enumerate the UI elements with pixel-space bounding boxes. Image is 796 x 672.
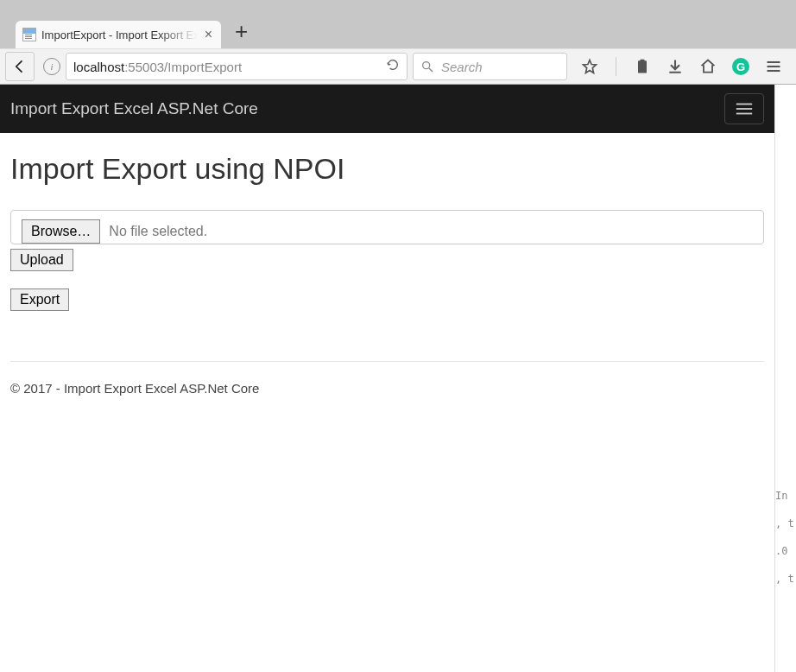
export-button[interactable]: Export bbox=[10, 288, 69, 311]
new-tab-button[interactable]: + bbox=[231, 18, 251, 45]
file-selection-status: No file selected. bbox=[109, 224, 207, 239]
file-upload-panel: Browse… No file selected. bbox=[10, 210, 764, 244]
footer-separator bbox=[10, 361, 764, 362]
svg-line-5 bbox=[429, 68, 433, 72]
page-container: Import Export using NPOI Browse… No file… bbox=[0, 133, 774, 413]
navbar-toggle-button[interactable] bbox=[724, 93, 764, 124]
site-navbar: Import Export Excel ASP.Net Core bbox=[0, 85, 774, 133]
reload-button[interactable] bbox=[386, 58, 400, 75]
background-editor-gutter: In , t .0 , t bbox=[775, 85, 796, 672]
svg-rect-7 bbox=[641, 60, 645, 62]
page-viewport: Import Export Excel ASP.Net Core Import … bbox=[0, 85, 775, 672]
bookmark-star-icon[interactable] bbox=[581, 58, 598, 75]
tab-title: ImportExport - Import Export Excel ASP.N… bbox=[41, 29, 198, 41]
menu-button[interactable] bbox=[765, 58, 782, 75]
clipboard-icon[interactable] bbox=[634, 58, 651, 75]
site-info-icon[interactable]: i bbox=[43, 58, 60, 75]
downloads-icon[interactable] bbox=[666, 58, 684, 75]
back-button[interactable] bbox=[5, 52, 35, 81]
browser-tab[interactable]: ImportExport - Import Export Excel ASP.N… bbox=[16, 21, 221, 48]
search-placeholder: Search bbox=[441, 60, 483, 74]
svg-point-4 bbox=[423, 62, 430, 69]
close-tab-button[interactable]: × bbox=[203, 27, 214, 42]
footer-text: © 2017 - Import Export Excel ASP.Net Cor… bbox=[10, 381, 764, 413]
browser-tab-strip: ImportExport - Import Export Excel ASP.N… bbox=[0, 12, 796, 48]
window-controls bbox=[727, 7, 779, 22]
home-icon[interactable] bbox=[699, 58, 717, 75]
svg-rect-6 bbox=[638, 60, 647, 73]
toolbar-icons: G bbox=[572, 57, 791, 76]
file-input-row: Browse… No file selected. bbox=[22, 219, 753, 244]
toolbar-separator bbox=[616, 57, 616, 76]
grammarly-icon[interactable]: G bbox=[732, 58, 749, 75]
address-bar[interactable]: localhost:55003/ImportExport bbox=[66, 53, 407, 80]
url-text: localhost:55003/ImportExport bbox=[73, 60, 386, 74]
upload-button[interactable]: Upload bbox=[10, 249, 73, 271]
page-heading: Import Export using NPOI bbox=[10, 152, 764, 186]
browser-toolbar: i localhost:55003/ImportExport Search G bbox=[0, 48, 796, 85]
search-bar[interactable]: Search bbox=[413, 53, 567, 80]
window-title-bar bbox=[0, 0, 796, 12]
browse-button[interactable]: Browse… bbox=[22, 219, 100, 244]
navbar-brand[interactable]: Import Export Excel ASP.Net Core bbox=[10, 99, 258, 118]
tab-favicon-icon bbox=[22, 28, 36, 41]
